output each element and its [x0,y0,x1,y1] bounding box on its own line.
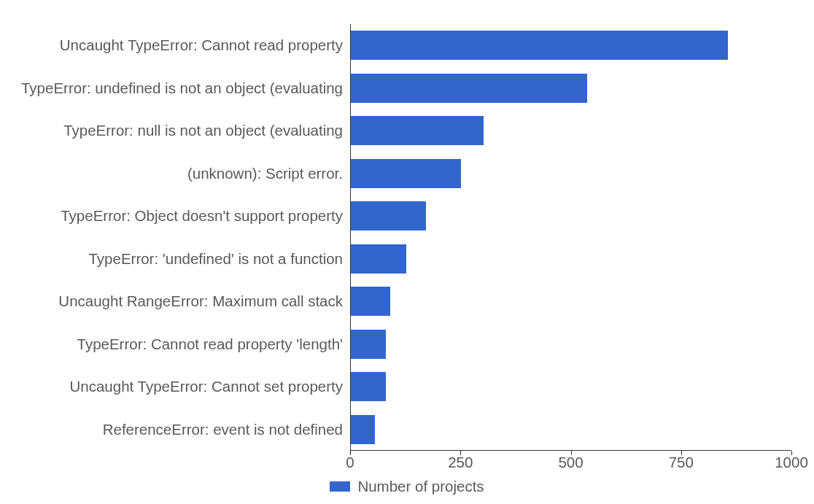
legend: Number of projects [0,478,814,495]
bar-row [351,365,791,408]
bar-row [351,67,791,110]
bar-row [351,323,791,366]
bar [351,244,406,274]
y-tick-label: ReferenceError: event is not defined [0,408,343,451]
x-tick-label: 1000 [775,454,808,471]
y-tick-label: (unknown): Script error. [0,152,343,195]
x-tick-label: 250 [448,454,473,471]
bar [351,74,587,103]
plot-area [350,24,791,451]
bar-row [351,195,791,238]
bar [351,201,426,230]
bar [351,415,375,444]
bar [351,31,728,60]
legend-label: Number of projects [357,478,484,495]
bar [351,116,484,145]
bar-row [351,24,791,67]
bar-row [351,280,791,323]
y-tick-label: TypeError: Cannot read property 'length' [0,323,343,366]
y-tick-label: TypeError: null is not an object (evalua… [0,109,343,152]
bar-row [351,152,791,195]
bar [351,159,461,188]
y-tick-label: TypeError: 'undefined' is not a function [0,238,343,281]
bar-row [351,109,791,152]
x-tick-label: 500 [558,454,583,471]
y-tick-label: TypeError: undefined is not an object (e… [0,67,343,110]
bar [351,287,390,316]
y-tick-label: TypeError: Object doesn't support proper… [0,195,343,238]
bar [351,330,386,359]
chart-container: Uncaught TypeError: Cannot read property… [0,0,814,504]
bar-row [351,408,791,451]
x-axis-labels: 0 250 500 750 1000 [350,454,791,476]
y-tick-label: Uncaught RangeError: Maximum call stack [0,280,343,323]
bar [351,372,386,401]
bar-row [351,238,791,281]
x-tick-label: 750 [669,454,694,471]
y-tick-label: Uncaught TypeError: Cannot read property [0,24,343,67]
legend-swatch [330,481,350,492]
x-tick-label: 0 [346,454,354,471]
y-axis-labels: Uncaught TypeError: Cannot read property… [0,24,343,451]
y-tick-label: Uncaught TypeError: Cannot set property [0,365,343,408]
